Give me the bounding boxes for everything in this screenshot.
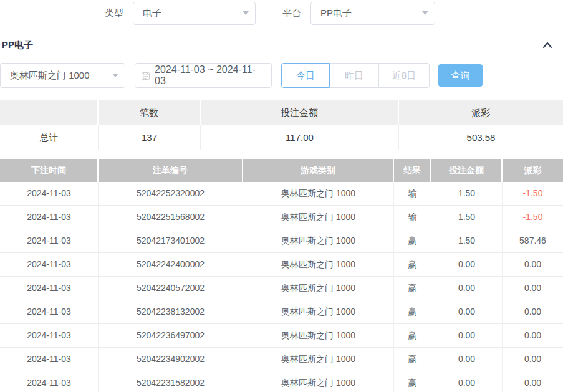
table-row: 2024-11-03 52042173401002 奥林匹斯之门 1000 赢 …	[0, 229, 563, 253]
cell-game-type: 奥林匹斯之门 1000	[243, 300, 394, 324]
cell-payout: 0.00	[503, 253, 563, 277]
cell-bet-amount: 0.00	[431, 277, 503, 300]
cell-game-type: 奥林匹斯之门 1000	[243, 206, 394, 229]
summary-total-label: 总计	[0, 125, 99, 150]
table-row: 2024-11-03 52042231582002 奥林匹斯之门 1000 赢 …	[0, 371, 563, 392]
section-title: PP电子	[2, 39, 33, 51]
cell-result: 赢	[394, 324, 431, 348]
cell-bet-time: 2024-11-03	[0, 206, 99, 229]
cell-game-type: 奥林匹斯之门 1000	[243, 182, 394, 206]
cell-order-id: 52042231582002	[99, 371, 243, 392]
cell-bet-time: 2024-11-03	[0, 182, 99, 206]
summary-header-empty	[0, 100, 99, 125]
bet-header-time: 下注时间	[0, 159, 99, 182]
cell-payout: 0.00	[503, 348, 563, 371]
summary-header-count: 笔数	[99, 100, 201, 125]
cell-bet-amount: 0.00	[431, 371, 503, 392]
cell-payout: 0.00	[503, 371, 563, 392]
bet-header-order-id: 注单编号	[99, 159, 243, 182]
cell-order-id: 52042240572002	[99, 277, 243, 300]
table-row: 2024-11-03 52042234902002 奥林匹斯之门 1000 赢 …	[0, 348, 563, 371]
collapse-button[interactable]	[542, 41, 553, 49]
cell-bet-amount: 0.00	[431, 300, 503, 324]
summary-total-payout: 503.58	[399, 125, 563, 150]
cell-payout: -1.50	[503, 182, 563, 206]
cell-payout: 587.46	[503, 229, 563, 253]
cell-result: 赢	[394, 253, 431, 277]
cell-result: 赢	[394, 300, 431, 324]
type-label: 类型	[105, 7, 123, 19]
cell-bet-amount: 0.00	[431, 253, 503, 277]
cell-payout: -1.50	[503, 206, 563, 229]
last-8-days-button[interactable]: 近8日	[379, 63, 430, 88]
cell-order-id: 52042251568002	[99, 206, 243, 229]
bet-table: 下注时间 注单编号 游戏类别 结果 投注金额 派彩 2024-11-03 520…	[0, 159, 563, 392]
bet-table-header-row: 下注时间 注单编号 游戏类别 结果 投注金额 派彩	[0, 159, 563, 182]
cell-order-id: 52042236497002	[99, 324, 243, 348]
cell-order-id: 52042252320002	[99, 182, 243, 206]
summary-total-bet-amount: 117.00	[201, 125, 399, 150]
bet-header-payout: 派彩	[503, 159, 563, 182]
cell-bet-time: 2024-11-03	[0, 229, 99, 253]
summary-table: 笔数 投注金额 派彩 总计 137 117.00 503.58	[0, 100, 563, 150]
cell-order-id: 52042242400002	[99, 253, 243, 277]
cell-game-type: 奥林匹斯之门 1000	[243, 277, 394, 300]
bet-header-bet-amount: 投注金额	[431, 159, 503, 182]
yesterday-button[interactable]: 昨日	[330, 63, 379, 88]
page: 类型 电子 平台 PP电子 PP电子 奥林匹斯之门 1000	[0, 0, 563, 392]
cell-game-type: 奥林匹斯之门 1000	[243, 324, 394, 348]
cell-order-id: 52042173401002	[99, 229, 243, 253]
top-filter-bar: 类型 电子 平台 PP电子	[0, 1, 563, 26]
cell-bet-time: 2024-11-03	[0, 371, 99, 392]
type-select-value: 电子	[143, 7, 238, 19]
cell-result: 赢	[394, 277, 431, 300]
table-row: 2024-11-03 52042251568002 奥林匹斯之门 1000 输 …	[0, 206, 563, 229]
summary-header-payout: 派彩	[399, 100, 563, 125]
search-button[interactable]: 查询	[438, 64, 483, 87]
table-row: 2024-11-03 52042252320002 奥林匹斯之门 1000 输 …	[0, 182, 563, 206]
cell-game-type: 奥林匹斯之门 1000	[243, 348, 394, 371]
table-row: 2024-11-03 52042236497002 奥林匹斯之门 1000 赢 …	[0, 324, 563, 348]
cell-game-type: 奥林匹斯之门 1000	[243, 229, 394, 253]
query-bar: 奥林匹斯之门 1000 2024-11-03 ~ 2024-11-03 今日 昨…	[0, 63, 483, 88]
today-button[interactable]: 今日	[281, 63, 330, 88]
quick-range-group: 今日 昨日 近8日	[281, 63, 430, 88]
cell-bet-time: 2024-11-03	[0, 277, 99, 300]
date-range-value: 2024-11-03 ~ 2024-11-03	[155, 64, 265, 87]
caret-down-icon	[112, 74, 118, 77]
cell-bet-amount: 0.00	[431, 348, 503, 371]
cell-bet-amount: 1.50	[431, 182, 503, 206]
bet-header-result: 结果	[394, 159, 431, 182]
calendar-icon	[141, 71, 150, 80]
cell-result: 赢	[394, 371, 431, 392]
bet-table-body: 2024-11-03 52042252320002 奥林匹斯之门 1000 输 …	[0, 182, 563, 392]
cell-result: 输	[394, 206, 431, 229]
date-range-input[interactable]: 2024-11-03 ~ 2024-11-03	[135, 63, 272, 88]
cell-result: 赢	[394, 229, 431, 253]
cell-bet-amount: 0.00	[431, 324, 503, 348]
cell-bet-amount: 1.50	[431, 206, 503, 229]
cell-result: 赢	[394, 348, 431, 371]
cell-payout: 0.00	[503, 277, 563, 300]
cell-result: 输	[394, 182, 431, 206]
platform-select[interactable]: PP电子	[310, 2, 435, 25]
summary-header-bet-amount: 投注金额	[201, 100, 399, 125]
bet-header-game-type: 游戏类别	[243, 159, 394, 182]
game-select[interactable]: 奥林匹斯之门 1000	[0, 63, 125, 88]
table-row: 2024-11-03 52042240572002 奥林匹斯之门 1000 赢 …	[0, 277, 563, 300]
table-row: 2024-11-03 52042242400002 奥林匹斯之门 1000 赢 …	[0, 253, 563, 277]
caret-down-icon	[243, 11, 249, 15]
platform-label: 平台	[282, 7, 301, 19]
cell-game-type: 奥林匹斯之门 1000	[243, 253, 394, 277]
cell-bet-time: 2024-11-03	[0, 253, 99, 277]
section-header: PP电子	[0, 36, 563, 54]
type-select[interactable]: 电子	[133, 2, 256, 25]
caret-down-icon	[422, 11, 428, 15]
cell-payout: 0.00	[503, 300, 563, 324]
table-row: 2024-11-03 52042238132002 奥林匹斯之门 1000 赢 …	[0, 300, 563, 324]
chevron-up-icon	[542, 41, 553, 49]
summary-header-row: 笔数 投注金额 派彩	[0, 100, 563, 125]
cell-bet-time: 2024-11-03	[0, 300, 99, 324]
cell-bet-time: 2024-11-03	[0, 348, 99, 371]
cell-game-type: 奥林匹斯之门 1000	[243, 371, 394, 392]
